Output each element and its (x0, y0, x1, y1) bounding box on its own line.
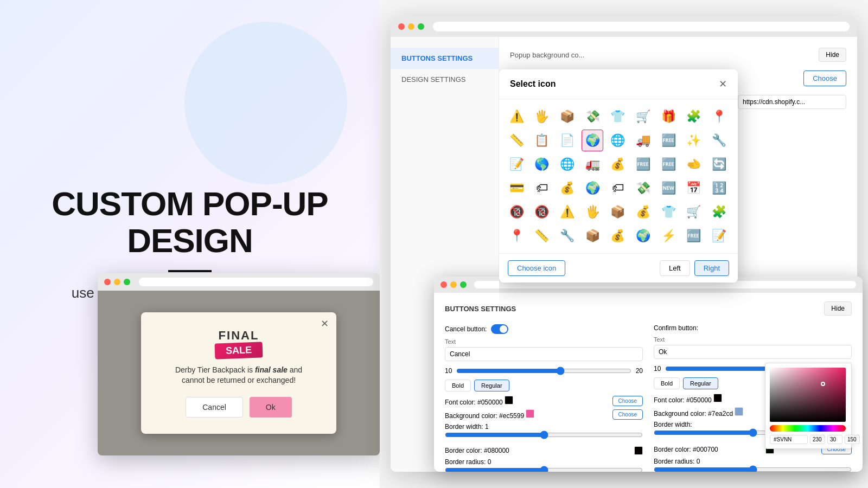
icon-cell[interactable]: 🆓 (683, 225, 705, 247)
icon-cell[interactable]: 💸 (632, 177, 654, 199)
icon-cell[interactable]: 🖐 (531, 106, 553, 127)
confirm-regular-btn[interactable]: Regular (683, 377, 718, 389)
sidebar-item-buttons[interactable]: BUTTONS SETTINGS (391, 48, 499, 69)
cancel-bold-btn[interactable]: Bold (445, 380, 471, 391)
icon-cell[interactable]: 🌍 (632, 225, 654, 247)
icon-cell[interactable]: 🌐 (607, 130, 629, 151)
icon-cell[interactable]: 🎁 (658, 106, 679, 127)
modal-close-button[interactable]: ✕ (719, 78, 727, 90)
icon-cell[interactable]: 🚚 (632, 130, 654, 151)
confirm-bold-btn[interactable]: Bold (654, 377, 680, 389)
cancel-radius-group: Border radius: 0 (445, 458, 643, 472)
icon-cell[interactable]: 📍 (708, 106, 730, 127)
icon-cell[interactable]: 📝 (708, 225, 730, 247)
browser-bar (98, 273, 380, 291)
icon-cell[interactable]: 🔄 (708, 153, 730, 175)
confirm-radius-slider[interactable] (654, 465, 852, 472)
cancel-font-size-row: 10 20 (445, 367, 643, 375)
color-gradient[interactable] (770, 368, 846, 422)
image-url-input[interactable] (738, 95, 846, 109)
icon-cell[interactable]: 📏 (506, 130, 527, 151)
cancel-text-label: Text (445, 338, 643, 345)
icon-cell[interactable]: 💰 (607, 153, 629, 175)
cancel-bg-color-swatch (526, 409, 534, 418)
icon-cell[interactable]: 🔧 (708, 130, 730, 151)
icon-cell[interactable]: 🌐 (556, 153, 578, 175)
icon-cell[interactable]: 📝 (506, 153, 527, 175)
icon-cell[interactable]: 👕 (607, 106, 629, 127)
icon-cell[interactable]: 🔞 (531, 201, 553, 223)
icon-cell[interactable]: ⚠️ (506, 106, 527, 127)
cancel-font-slider[interactable] (456, 367, 631, 375)
app-tl-red (398, 23, 405, 30)
cancel-radius-slider[interactable] (445, 466, 643, 472)
icon-cell[interactable]: 💰 (607, 225, 629, 247)
cancel-button[interactable]: Cancel (186, 397, 243, 418)
icon-cell[interactable]: 🌍 (582, 177, 603, 199)
icon-cell[interactable]: ⚠️ (556, 201, 578, 223)
icon-cell[interactable]: 👕 (658, 201, 679, 223)
g-input[interactable] (827, 435, 843, 444)
icon-cell[interactable]: 🆕 (658, 177, 679, 199)
icon-cell[interactable]: 📍 (506, 225, 527, 247)
icon-cell[interactable]: 🛒 (632, 106, 654, 127)
icon-cell[interactable]: 🆓 (658, 153, 679, 175)
cancel-toggle[interactable] (491, 324, 508, 334)
cancel-text-input[interactable] (445, 347, 643, 361)
icon-cell[interactable]: 🛒 (683, 201, 705, 223)
cancel-font-color-choose[interactable]: Choose (612, 396, 643, 406)
icon-cell[interactable]: 🔧 (556, 225, 578, 247)
confirm-btn-label: Confirm button: (654, 324, 698, 332)
icon-cell[interactable]: 🆓 (632, 153, 654, 175)
icon-cell[interactable]: 📄 (556, 130, 578, 151)
hue-slider[interactable] (770, 425, 846, 432)
cancel-regular-btn[interactable]: Regular (474, 380, 509, 391)
choose-icon-button[interactable]: Choose icon (508, 260, 565, 276)
icon-cell[interactable]: 🏷 (531, 177, 553, 199)
icon-cell[interactable]: 📏 (531, 225, 553, 247)
icon-cell[interactable]: 💳 (506, 177, 527, 199)
confirm-text-input[interactable] (654, 345, 852, 359)
second-hide-button[interactable]: Hide (824, 301, 852, 316)
icon-cell[interactable]: 🔞 (506, 201, 527, 223)
icon-cell[interactable]: 💸 (582, 106, 603, 127)
icon-cell[interactable]: 🔢 (708, 177, 730, 199)
cancel-border-swatch (634, 446, 643, 455)
icon-cell[interactable]: 📋 (531, 130, 553, 151)
final-sale-logo: FINAL SALE (163, 329, 315, 358)
icon-cell[interactable]: 🚛 (582, 153, 603, 175)
b-input[interactable] (845, 435, 860, 444)
icon-cell[interactable]: 🌎 (531, 153, 553, 175)
icon-grid: ⚠️🖐📦💸👕🛒🎁🧩📍📏📋📄🌍🌐🚚🆓✨🔧📝🌎🌐🚛💰🆓🆓🫲🔄💳🏷💰🌍🏷💸🆕📅🔢🔞🔞⚠… (499, 99, 738, 253)
popup-close-icon[interactable]: ✕ (321, 318, 329, 330)
icon-cell[interactable]: 📦 (582, 225, 603, 247)
icon-cell[interactable]: 📦 (607, 201, 629, 223)
icon-cell[interactable]: 🆓 (658, 130, 679, 151)
app-tl-yellow (408, 23, 414, 30)
icon-cell[interactable]: ⚡ (658, 225, 679, 247)
right-section: BUTTONS SETTINGS DESIGN SETTINGS Popup b… (380, 0, 868, 488)
icon-cell[interactable]: 🌍 (582, 130, 603, 151)
cancel-radius-label: Border radius: 0 (445, 458, 491, 466)
position-right-button[interactable]: Right (694, 260, 729, 276)
choose-button[interactable]: Choose (803, 70, 846, 86)
ok-button[interactable]: Ok (250, 397, 292, 418)
icon-cell[interactable]: 💰 (556, 177, 578, 199)
icon-cell[interactable]: 🧩 (708, 201, 730, 223)
icon-cell[interactable]: ✨ (683, 130, 705, 151)
icon-cell[interactable]: 🖐 (582, 201, 603, 223)
position-left-button[interactable]: Left (660, 260, 690, 276)
icon-cell[interactable]: 🧩 (683, 106, 705, 127)
cancel-border-slider[interactable] (445, 431, 643, 439)
second-window: BUTTONS SETTINGS Hide Cancel button: Tex… (434, 277, 863, 472)
hex-input[interactable] (770, 435, 808, 444)
icon-cell[interactable]: 🏷 (607, 177, 629, 199)
sidebar-item-design[interactable]: DESIGN SETTINGS (391, 69, 499, 90)
r-input[interactable] (810, 435, 825, 444)
cancel-bg-color-choose[interactable]: Choose (612, 409, 643, 420)
icon-cell[interactable]: 📅 (683, 177, 705, 199)
icon-cell[interactable]: 📦 (556, 106, 578, 127)
icon-cell[interactable]: 💰 (632, 201, 654, 223)
hide-button[interactable]: Hide (819, 48, 846, 62)
icon-cell[interactable]: 🫲 (683, 153, 705, 175)
